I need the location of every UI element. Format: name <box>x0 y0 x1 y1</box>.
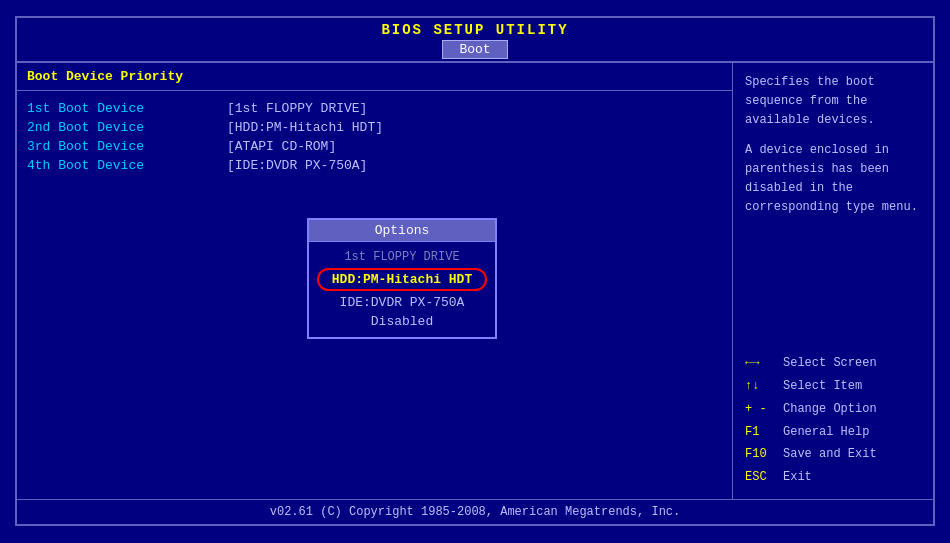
boot-device-row[interactable]: 1st Boot Device[1st FLOPPY DRIVE] <box>27 101 722 116</box>
key-code: F10 <box>745 443 777 466</box>
boot-device-label: 1st Boot Device <box>27 101 227 116</box>
key-code: ←→ <box>745 352 777 375</box>
boot-device-label: 2nd Boot Device <box>27 120 227 135</box>
key-code: ↑↓ <box>745 375 777 398</box>
right-panel: Specifies the boot sequence from the ava… <box>733 63 933 499</box>
section-title: Boot Device Priority <box>17 63 732 91</box>
key-hint-row: F10Save and Exit <box>745 443 921 466</box>
boot-device-value: [ATAPI CD-ROM] <box>227 139 336 154</box>
key-hint-row: ↑↓Select Item <box>745 375 921 398</box>
boot-device-row[interactable]: 2nd Boot Device[HDD:PM-Hitachi HDT] <box>27 120 722 135</box>
key-desc: Exit <box>783 466 812 489</box>
left-panel: Boot Device Priority 1st Boot Device[1st… <box>17 63 733 499</box>
boot-device-value: [IDE:DVDR PX-750A] <box>227 158 367 173</box>
bios-title: BIOS SETUP UTILITY <box>17 22 933 38</box>
key-code: + - <box>745 398 777 421</box>
key-hint-row: + -Change Option <box>745 398 921 421</box>
key-hint-row: F1General Help <box>745 421 921 444</box>
boot-device-value: [HDD:PM-Hitachi HDT] <box>227 120 383 135</box>
option-item[interactable]: HDD:PM-Hitachi HDT <box>317 268 487 291</box>
options-popup: Options 1st FLOPPY DRIVEHDD:PM-Hitachi H… <box>307 218 497 339</box>
key-desc: Select Item <box>783 375 862 398</box>
help-text: Specifies the boot sequence from the ava… <box>745 73 921 227</box>
help-text-1: Specifies the boot sequence from the ava… <box>745 73 921 131</box>
key-desc: Save and Exit <box>783 443 877 466</box>
title-bar: BIOS SETUP UTILITY Boot <box>17 18 933 62</box>
boot-device-row[interactable]: 4th Boot Device[IDE:DVDR PX-750A] <box>27 158 722 173</box>
boot-devices-list: 1st Boot Device[1st FLOPPY DRIVE]2nd Boo… <box>17 91 732 187</box>
boot-device-label: 3rd Boot Device <box>27 139 227 154</box>
key-code: ESC <box>745 466 777 489</box>
active-tab[interactable]: Boot <box>442 40 507 59</box>
option-item[interactable]: IDE:DVDR PX-750A <box>315 293 489 312</box>
boot-device-label: 4th Boot Device <box>27 158 227 173</box>
key-code: F1 <box>745 421 777 444</box>
key-desc: Change Option <box>783 398 877 421</box>
main-content: Boot Device Priority 1st Boot Device[1st… <box>17 62 933 499</box>
footer: v02.61 (C) Copyright 1985-2008, American… <box>17 499 933 524</box>
footer-text: v02.61 (C) Copyright 1985-2008, American… <box>270 505 680 519</box>
options-list: 1st FLOPPY DRIVEHDD:PM-Hitachi HDTIDE:DV… <box>309 242 495 337</box>
key-hints: ←→Select Screen↑↓Select Item+ -Change Op… <box>745 352 921 489</box>
option-item[interactable]: Disabled <box>315 312 489 331</box>
boot-device-row[interactable]: 3rd Boot Device[ATAPI CD-ROM] <box>27 139 722 154</box>
key-hint-row: ESCExit <box>745 466 921 489</box>
options-popup-title: Options <box>309 220 495 242</box>
key-desc: Select Screen <box>783 352 877 375</box>
boot-device-value: [1st FLOPPY DRIVE] <box>227 101 367 116</box>
help-text-2: A device enclosed in parenthesis has bee… <box>745 141 921 218</box>
key-hint-row: ←→Select Screen <box>745 352 921 375</box>
option-item[interactable]: 1st FLOPPY DRIVE <box>315 248 489 266</box>
key-desc: General Help <box>783 421 869 444</box>
bios-window: BIOS SETUP UTILITY Boot Boot Device Prio… <box>15 16 935 526</box>
